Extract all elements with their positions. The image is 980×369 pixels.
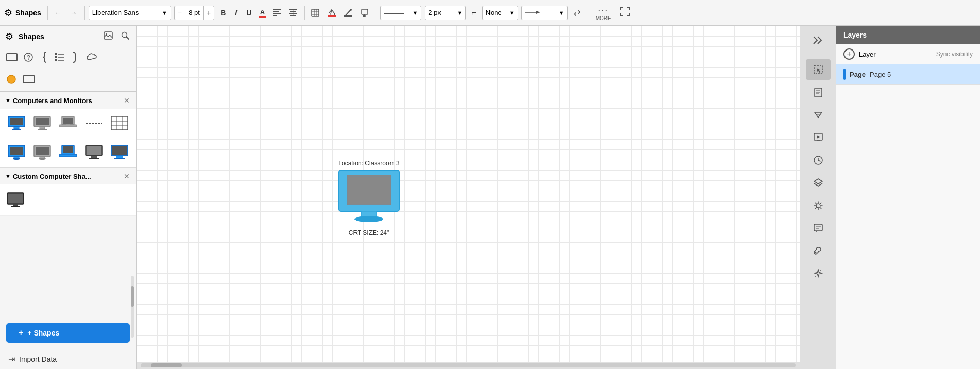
- toolbar: ⚙ Shapes ← → Liberation Sans ▼ − 8 pt + …: [0, 0, 980, 26]
- arrow-select[interactable]: ▼: [521, 6, 568, 20]
- insert-image-button[interactable]: [102, 30, 114, 43]
- page-icon: [814, 88, 823, 97]
- section-computers-header[interactable]: ▼ Computers and Monitors ✕: [0, 92, 136, 109]
- circle-tool[interactable]: [4, 72, 19, 89]
- undo-button[interactable]: ←: [52, 7, 64, 19]
- play-icon: [814, 133, 823, 142]
- import-data-button[interactable]: ⇥ Import Data: [0, 349, 136, 369]
- panel-theme-button[interactable]: [806, 195, 831, 216]
- svg-rect-74: [114, 158, 125, 159]
- shape-item-grid[interactable]: [107, 112, 132, 135]
- sidebar-title: Shapes: [19, 32, 97, 41]
- shape-item-laptop-2[interactable]: [56, 141, 80, 164]
- svg-rect-39: [10, 118, 23, 125]
- shape-item-monitor-3[interactable]: [30, 141, 55, 164]
- font-family-select[interactable]: Liberation Sans ▼: [89, 6, 171, 20]
- rectangle-tool[interactable]: [4, 49, 20, 68]
- list-icon: [55, 53, 65, 62]
- canvas-scrollbar[interactable]: [137, 362, 800, 369]
- fullscreen-button[interactable]: [618, 5, 632, 21]
- font-size-value: 8 pt: [185, 6, 204, 20]
- svg-point-36: [7, 75, 15, 83]
- monitor-gray-icon: [33, 115, 52, 131]
- svg-rect-17: [362, 9, 368, 14]
- panel-comment-button[interactable]: [806, 218, 831, 239]
- rect-outline-tool[interactable]: [21, 72, 37, 89]
- italic-button[interactable]: I: [232, 7, 240, 19]
- panel-format-button[interactable]: [806, 105, 831, 125]
- font-color-button[interactable]: A: [258, 7, 267, 19]
- import-icon: ⇥: [8, 354, 15, 364]
- panel-play-button[interactable]: [806, 127, 831, 148]
- table-button[interactable]: [309, 7, 322, 19]
- redo-button[interactable]: →: [67, 7, 80, 19]
- section-computers-close[interactable]: ✕: [123, 95, 131, 106]
- swap-button[interactable]: ⇄: [571, 6, 583, 20]
- svg-rect-57: [10, 147, 23, 155]
- format-paint-button[interactable]: [358, 7, 371, 19]
- list-tool[interactable]: [53, 49, 67, 68]
- monitor-svg[interactable]: [337, 169, 400, 226]
- svg-rect-80: [347, 175, 391, 205]
- font-size-increase[interactable]: +: [204, 6, 214, 20]
- svg-rect-98: [814, 224, 822, 231]
- panel-layers-button[interactable]: [806, 173, 831, 193]
- canvas-area[interactable]: Location: Classroom 3 CRT SIZE: 24": [137, 26, 800, 369]
- connector-value: None: [486, 9, 502, 16]
- connector-select[interactable]: None ▼: [482, 6, 518, 20]
- svg-rect-73: [116, 156, 123, 158]
- shape-item-desktop-blue[interactable]: [4, 112, 29, 135]
- panel-expand-button[interactable]: [806, 30, 831, 51]
- panel-paint-button[interactable]: [806, 241, 831, 261]
- svg-marker-96: [814, 179, 822, 184]
- bold-button[interactable]: B: [217, 7, 229, 19]
- svg-rect-1: [273, 11, 279, 12]
- more-button[interactable]: ··· MORE: [592, 3, 615, 23]
- line-icon: [85, 115, 103, 131]
- search-button[interactable]: [120, 30, 131, 43]
- cloud-icon: [87, 53, 99, 62]
- shape-item-monitor-5[interactable]: [107, 141, 132, 164]
- help-tool[interactable]: ?: [22, 49, 35, 68]
- panel-clock-button[interactable]: [806, 150, 831, 171]
- arrow-preview: [525, 9, 540, 16]
- shape-item-laptop[interactable]: [56, 112, 80, 135]
- svg-rect-0: [273, 9, 281, 10]
- shape-item-monitor-2[interactable]: [4, 141, 29, 164]
- cloud-tool[interactable]: [85, 49, 101, 68]
- page-row[interactable]: Page Page 5: [836, 64, 980, 85]
- layer-add-button[interactable]: +: [843, 48, 855, 60]
- line-width-select[interactable]: 2 px ▼: [425, 6, 466, 20]
- brace-tool[interactable]: [37, 49, 50, 68]
- layers-header: Layers: [836, 26, 980, 44]
- section-custom-close[interactable]: ✕: [123, 171, 131, 181]
- canvas-monitor-element[interactable]: Location: Classroom 3 CRT SIZE: 24": [337, 160, 400, 237]
- add-icon: +: [19, 328, 23, 338]
- font-size-decrease[interactable]: −: [175, 6, 185, 20]
- panel-magic-button[interactable]: [806, 263, 831, 284]
- underline-button[interactable]: U: [243, 7, 255, 19]
- curly-brace-tool[interactable]: [69, 49, 82, 68]
- line-color-button[interactable]: [342, 7, 355, 19]
- shape-item-line[interactable]: [81, 112, 106, 135]
- monitor-shape-container[interactable]: [337, 169, 400, 227]
- fill-color-button[interactable]: [325, 7, 339, 19]
- panel-select-button[interactable]: [806, 59, 831, 80]
- line-style-select[interactable]: ▼: [380, 6, 421, 20]
- page-indicator: [843, 69, 846, 80]
- connector-chevron: ▼: [509, 10, 515, 16]
- shape-item-monitor-4[interactable]: [81, 141, 106, 164]
- section-custom-header[interactable]: ▼ Custom Computer Sha... ✕: [0, 167, 136, 184]
- rect-outline-icon: [23, 75, 35, 83]
- align-button[interactable]: [270, 7, 283, 19]
- shape-item-monitor-gray[interactable]: [30, 112, 55, 135]
- waypoint-button[interactable]: ⌐: [469, 6, 479, 20]
- text-align-button[interactable]: [286, 7, 300, 19]
- shape-item-custom-monitor[interactable]: [4, 189, 27, 211]
- panel-page-button[interactable]: [806, 82, 831, 103]
- add-shapes-button[interactable]: + + Shapes: [6, 323, 130, 343]
- monitor-3-icon: [33, 145, 52, 160]
- format-paint-icon: [361, 9, 369, 17]
- arrow-chevron: ▼: [559, 10, 564, 16]
- layer-row[interactable]: + Layer Sync visibility: [836, 44, 980, 64]
